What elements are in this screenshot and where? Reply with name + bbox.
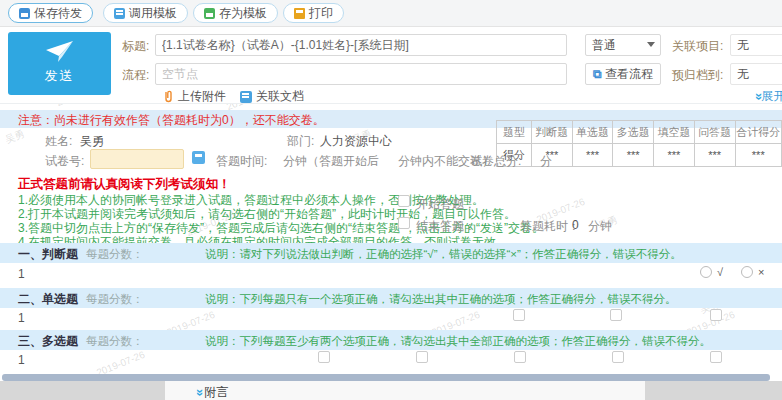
score-qa: *** <box>694 144 735 167</box>
save-pending-label: 保存待发 <box>34 5 82 22</box>
score-total: *** <box>735 144 782 167</box>
upload-attachment-label: 上传附件 <box>178 88 226 105</box>
name-label: 姓名: <box>45 133 72 150</box>
input-helper-icon[interactable] <box>192 151 205 164</box>
load-template-button[interactable]: 调用模板 <box>103 3 188 23</box>
related-doc-label: 关联文档 <box>256 88 304 105</box>
section-single-desc: 说明：下列每题只有一个选项正确，请勾选出其中正确的选项；作答正确得分，错误不得分… <box>205 292 677 307</box>
col-fill-blank: 填空题 <box>654 121 695 144</box>
score-summary-table: 题型 判断题 单选题 多选题 填空题 问答题 合计得分 得分 *** *** *… <box>496 120 782 168</box>
judge-q1-false-label: × <box>758 266 764 278</box>
load-template-label: 调用模板 <box>129 5 177 22</box>
priority-dropdown[interactable]: 普通 <box>585 34 661 56</box>
save-template-icon <box>204 8 215 19</box>
double-chevron-down-icon: » <box>747 93 764 100</box>
section-multi-title: 三、多选题 <box>18 333 78 350</box>
multi-q1-option-checkbox[interactable] <box>416 351 428 363</box>
prearchive-value: 无 <box>737 67 749 81</box>
section-single-score-label: 每题分数： <box>86 292 144 307</box>
end-answer-checkbox[interactable] <box>398 217 410 229</box>
print-button[interactable]: 打印 <box>283 3 344 23</box>
section-judge-desc: 说明：请对下列说法做出判断，正确的选择“√”，错误的选择“×”；作答正确得分，错… <box>205 247 682 262</box>
multi-q1-option-checkbox[interactable] <box>318 351 330 363</box>
multi-question-1-number: 1 <box>18 353 25 367</box>
section-single-header: 二、单选题 每题分数： 说明：下列每题只有一个选项正确，请勾选出其中正确的选项；… <box>0 288 782 308</box>
end-answer-label: 结束答题： <box>416 218 476 235</box>
save-template-label: 存为模板 <box>219 5 267 22</box>
col-question-type: 题型 <box>497 121 532 144</box>
single-q1-option-checkbox[interactable] <box>710 309 722 321</box>
priority-value: 普通 <box>592 38 616 52</box>
section-multi-desc: 说明：下列每题至少有两个选项正确，请勾选出其中全部正确的选项；作答正确得分，错误… <box>205 334 711 349</box>
paperclip-icon <box>163 90 174 103</box>
paper-no-label: 试卷号: <box>45 153 84 170</box>
elapsed-value: 0 <box>572 218 579 232</box>
section-judge-score-label: 每题分数： <box>86 247 144 262</box>
total-score-unit: 分 <box>540 153 552 170</box>
related-doc-button[interactable]: 关联文档 <box>240 88 304 105</box>
watermark-name: 吴勇 <box>3 127 27 147</box>
single-q1-option-checkbox[interactable] <box>513 309 525 321</box>
title-input[interactable] <box>155 34 567 56</box>
start-answer-checkbox[interactable] <box>398 195 410 207</box>
postscript-panel: » 附言 <box>165 381 645 400</box>
section-multi-header: 三、多选题 每题分数： 说明：下列每题至少有两个选项正确，请勾选出其中全部正确的… <box>0 330 782 350</box>
elapsed-unit: 分钟 <box>588 218 612 235</box>
flow-input[interactable] <box>155 63 567 85</box>
prearchive-label: 预归档到: <box>672 67 723 84</box>
horizontal-scrollbar[interactable] <box>2 374 770 381</box>
upload-attachment-button[interactable]: 上传附件 <box>163 88 226 105</box>
judge-q1-true-radio[interactable] <box>700 266 712 278</box>
flow-label: 流程: <box>122 67 149 84</box>
view-flow-button[interactable]: ⧉ 查看流程 <box>585 63 661 85</box>
col-total: 合计得分 <box>735 121 782 144</box>
multi-q1-option-checkbox[interactable] <box>514 351 526 363</box>
postscript-toggle[interactable]: » 附言 <box>193 384 228 400</box>
total-score-label: 试卷总分: <box>470 153 521 170</box>
score-multi: *** <box>613 144 654 167</box>
load-template-icon <box>114 8 125 19</box>
judge-q1-true-label: √ <box>717 266 723 278</box>
section-judge-header: 一、判断题 每题分数： 说明：请对下列说法做出判断，正确的选择“√”，错误的选择… <box>0 243 782 263</box>
start-answer-label: 开始答题： <box>416 196 476 213</box>
answer-time-hint1: 分钟（答题开始后 <box>283 153 379 170</box>
flow-icon: ⧉ <box>593 67 602 81</box>
multi-q1-option-checkbox[interactable] <box>612 351 624 363</box>
related-project-value: 无 <box>737 38 749 52</box>
expand-button[interactable]: » 展开 <box>752 88 782 105</box>
judge-question-1-number: 1 <box>18 267 25 281</box>
exam-notice-title: 正式答题前请认真阅读下列考试须知！ <box>18 176 231 193</box>
multi-q1-option-checkbox[interactable] <box>710 351 722 363</box>
single-q1-option-checkbox[interactable] <box>610 309 622 321</box>
print-label: 打印 <box>309 5 333 22</box>
elapsed-label: 答题耗时： <box>520 218 580 235</box>
paper-no-input[interactable] <box>90 149 184 169</box>
dept-label: 部门: <box>287 133 314 150</box>
section-single-title: 二、单选题 <box>18 291 78 308</box>
section-multi-score-label: 每题分数： <box>86 334 144 349</box>
save-template-button[interactable]: 存为模板 <box>193 3 278 23</box>
prearchive-dropdown[interactable]: 无 <box>730 63 782 85</box>
save-pending-button[interactable]: 保存待发 <box>8 3 93 23</box>
exam-answer-page: 2019-07-26 吴勇 2019-07-26 吴勇 2019-07-26 2… <box>0 0 782 400</box>
related-project-dropdown[interactable]: 无 <box>730 34 782 56</box>
judge-q1-false-radio[interactable] <box>741 266 753 278</box>
col-multi-choice: 多选题 <box>613 121 654 144</box>
dept-value: 人力资源中心 <box>320 133 392 150</box>
print-icon <box>294 8 305 19</box>
form-panel: 发送 标题: 普通 关联项目: 无 流程: ⧉ 查看流程 预归档到: 无 上传附… <box>0 27 782 104</box>
col-single-choice: 单选题 <box>572 121 613 144</box>
chevron-down-icon <box>647 42 655 47</box>
score-table-header-row: 题型 判断题 单选题 多选题 填空题 问答题 合计得分 <box>497 121 782 144</box>
name-value: 吴勇 <box>80 133 104 150</box>
single-question-1-number: 1 <box>18 311 25 325</box>
score-fill: *** <box>654 144 695 167</box>
view-flow-label: 查看流程 <box>605 67 653 81</box>
col-qa: 问答题 <box>694 121 735 144</box>
notice-text: 注意：尚未进行有效作答（答题耗时为0），还不能交卷。 <box>18 112 325 129</box>
document-icon <box>240 91 252 103</box>
send-button[interactable]: 发送 <box>8 32 111 95</box>
paper-plane-icon <box>45 40 75 64</box>
related-project-label: 关联项目: <box>672 38 723 55</box>
col-judge: 判断题 <box>531 121 572 144</box>
